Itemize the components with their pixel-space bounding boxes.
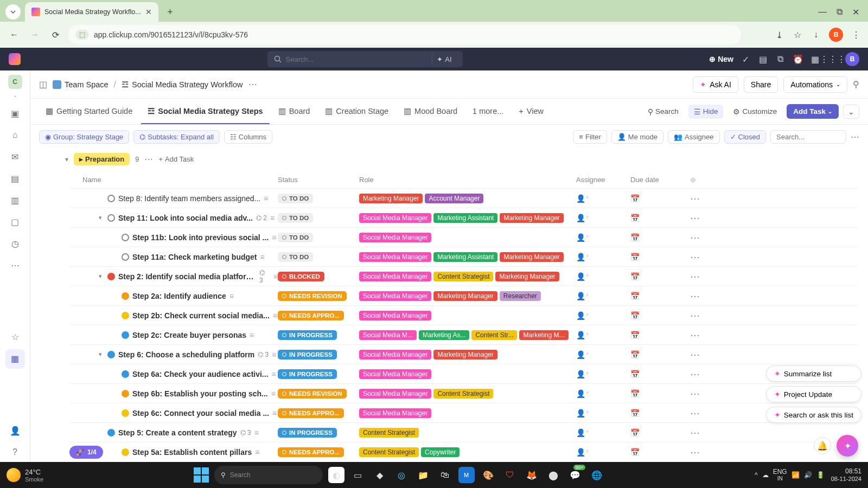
home-icon[interactable]: ⌂ [5,125,25,145]
due-date-icon[interactable]: 📅 [630,233,640,242]
apps-icon[interactable]: ⋮⋮⋮ [828,54,838,64]
panel-toggle-icon[interactable]: ◫ [39,79,47,89]
start-button[interactable] [194,467,209,483]
task-title[interactable]: Step 6a: Check your audience activi... [132,370,269,378]
due-date-icon[interactable]: 📅 [630,448,640,457]
task-title[interactable]: Step 2b: Check current social media... [132,311,270,320]
task-row[interactable]: ▾Step 6b: Establish your posting sch...≡… [69,383,857,403]
assignee-add-icon[interactable]: 👤⁺ [576,272,589,281]
status-dot-icon[interactable] [122,331,129,339]
role-tag[interactable]: Researcher [500,291,541,301]
task-row[interactable]: ▾Step 5: Create a content strategy⌬ 3≡IN… [69,422,857,442]
new-tab-button[interactable]: + [163,4,178,20]
view-options-icon[interactable]: ⌄ [843,105,859,119]
workspace-switcher[interactable]: C [8,75,22,89]
search-input[interactable] [286,55,428,63]
status-dot-icon[interactable] [107,273,115,280]
minimize-button[interactable]: — [818,7,827,17]
filter-search-input[interactable] [770,130,846,144]
col-due[interactable]: Due date [630,176,690,184]
status-dot-icon[interactable] [122,312,129,319]
role-tag[interactable]: Social Media Manager [359,311,431,320]
chevron-down-icon[interactable]: ⌄ [13,92,17,98]
task-row[interactable]: ▾Step 11b: Look into previous social ...… [69,227,857,247]
assignee-add-icon[interactable]: 👤⁺ [576,370,589,378]
assignee-add-icon[interactable]: 👤⁺ [576,292,589,300]
notepad-icon[interactable]: ▤ [758,54,768,64]
add-task-button[interactable]: Add Task ⌄ [787,104,839,119]
task-title[interactable]: Step 5a: Establish content pillars [132,448,252,457]
status-pill[interactable]: NEEDS REVISION [278,291,347,301]
tab-list-dropdown[interactable] [5,4,21,20]
col-status[interactable]: Status [278,176,359,184]
role-tag[interactable]: Marketing Manager [359,194,423,203]
due-date-icon[interactable]: 📅 [630,194,640,203]
task-title[interactable]: Step 11: Look into social media adv... [118,214,253,222]
task-row[interactable]: ▾Step 11: Look into social media adv...⌬… [69,208,857,227]
subtask-count[interactable]: ⌬ 3 [259,269,270,284]
task-row[interactable]: ▾Step 6: Choose a scheduling platform⌬ 3… [69,344,857,364]
row-menu-icon[interactable]: ⋯ [690,232,700,243]
group-by-chip[interactable]: ◉ Group: Strategy Stage [39,130,129,144]
help-icon[interactable]: ? [5,442,25,462]
onboarding-progress[interactable]: 🚀 1/4 [69,446,103,459]
task-title[interactable]: Step 8: Identify team members assigned..… [118,194,260,203]
row-handle-icon[interactable]: ≡ [270,214,275,222]
col-role[interactable]: Role [359,176,576,184]
role-tag[interactable]: Content Strategist [359,428,419,438]
view-tab-creation-stage[interactable]: ▥Creation Stage [318,99,395,124]
browser-tab[interactable]: Social Media Strategy Workflo... ✕ [25,2,158,22]
row-menu-icon[interactable]: ⋯ [690,252,700,262]
task-view-icon[interactable]: ▭ [350,467,366,483]
row-handle-icon[interactable]: ≡ [273,311,277,320]
task-title[interactable]: Step 6c: Connect your social media ... [132,409,269,418]
status-pill[interactable]: IN PROGRESS [278,330,337,340]
downloads-icon[interactable]: ↓ [810,29,821,40]
task-row[interactable]: ▾Step 11a: Check marketing budget≡TO DOS… [69,247,857,266]
close-tab-button[interactable]: ✕ [145,8,152,16]
row-handle-icon[interactable]: ≡ [255,448,259,457]
tray-expand-icon[interactable]: ^ [755,471,758,479]
row-handle-icon[interactable]: ≡ [250,331,254,339]
col-name[interactable]: Name [82,176,278,184]
task-title[interactable]: Step 6b: Establish your posting sch... [132,389,268,398]
assignee-add-icon[interactable]: 👤⁺ [576,409,589,418]
status-pill[interactable]: TO DO [278,194,313,203]
expand-toggle[interactable]: ▾ [97,214,104,221]
row-handle-icon[interactable]: ≡ [273,272,278,281]
task-title[interactable]: Step 11a: Check marketing budget [132,253,257,261]
role-tag[interactable]: Social Media Manager [359,233,431,242]
row-menu-icon[interactable]: ⋯ [690,369,700,380]
role-tag[interactable]: Marketing Assistant [433,213,497,223]
subtask-count[interactable]: ⌬ 3 [240,429,251,436]
status-dot-icon[interactable] [107,429,115,436]
assignee-add-icon[interactable]: 👤⁺ [576,311,589,320]
assignee-filter[interactable]: 👥 Assignee [668,130,719,144]
dashboards-icon[interactable]: ▥ [5,190,25,210]
role-tag[interactable]: Marketing Manager [500,252,563,262]
cloud-icon[interactable]: ☁ [762,471,769,479]
notifications-button[interactable]: 🔔 [814,437,831,454]
chrome-icon[interactable]: ⬤ [545,467,561,483]
record-icon[interactable]: ⧉ [776,54,786,64]
automations-button[interactable]: Automations ⌄ [783,76,847,93]
ai-search-toggle[interactable]: ✦ AI [432,54,456,65]
task-row[interactable]: ▾Step 2b: Check current social media...≡… [69,305,857,325]
role-tag[interactable]: Social Media Manager [359,369,431,379]
task-row[interactable]: ▾Step 2: Identify social media platforms… [69,266,857,286]
row-handle-icon[interactable]: ≡ [271,389,276,398]
bookmark-icon[interactable]: ☆ [792,29,803,40]
weather-widget[interactable]: 24°C Smoke [7,468,43,483]
user-avatar[interactable]: B [845,52,859,66]
task-row[interactable]: ▾Step 2a: Identify audience≡NEEDS REVISI… [69,286,857,305]
role-tag[interactable]: Marketing Manager [495,272,559,281]
row-handle-icon[interactable]: ≡ [254,428,259,437]
status-dot-icon[interactable] [122,253,129,261]
maximize-button[interactable]: ⧉ [837,7,843,17]
role-tag[interactable]: Copywriter [421,447,459,457]
more-icon[interactable]: ⋯ [5,255,25,275]
security-icon[interactable]: 🛡 [502,467,518,483]
task-row[interactable]: ▾Step 6c: Connect your social media ...≡… [69,403,857,422]
checkmark-icon[interactable]: ✓ [741,54,751,64]
row-handle-icon[interactable]: ≡ [272,370,276,378]
